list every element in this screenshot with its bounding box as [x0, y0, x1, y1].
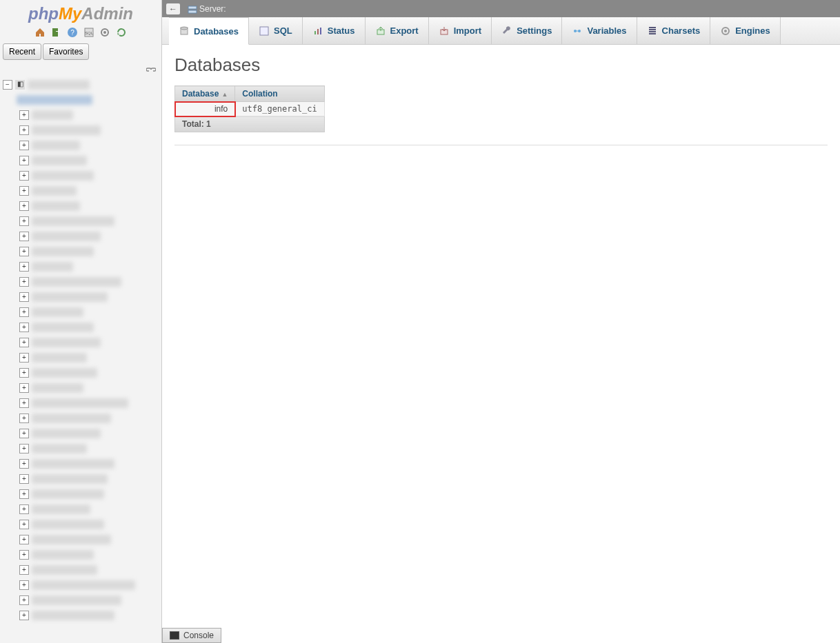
tab-settings[interactable]: Settings	[492, 17, 562, 44]
tree-item[interactable]: +	[3, 244, 161, 259]
tree-item[interactable]: +	[3, 562, 161, 578]
table-row[interactable]: infoutf8_general_ci	[175, 102, 325, 116]
tab-engines[interactable]: Engines	[710, 17, 781, 44]
exit-icon[interactable]	[51, 27, 62, 38]
tree-item[interactable]: +	[3, 183, 161, 198]
tab-import[interactable]: Import	[429, 17, 492, 44]
tab-charsets[interactable]: Charsets	[637, 17, 711, 44]
expand-icon[interactable]: +	[19, 307, 29, 317]
tree-item[interactable]: +	[3, 517, 161, 532]
tree-item[interactable]: +	[3, 320, 161, 335]
sort-asc-icon: ▲	[221, 91, 228, 98]
expand-icon[interactable]: +	[19, 550, 29, 560]
expand-icon[interactable]: +	[19, 489, 29, 499]
expand-icon[interactable]: +	[19, 611, 29, 620]
expand-icon[interactable]: +	[19, 459, 29, 469]
tree-item[interactable]: +	[3, 168, 161, 183]
tree-item[interactable]: +	[3, 456, 161, 471]
tree-item[interactable]: +	[3, 547, 161, 562]
tree-item[interactable]: +	[3, 441, 161, 456]
expand-icon[interactable]: +	[19, 292, 29, 302]
tree-item[interactable]: +	[3, 396, 161, 411]
expand-icon[interactable]: +	[19, 141, 29, 150]
expand-icon[interactable]: +	[19, 125, 29, 135]
tree-item[interactable]: +	[3, 502, 161, 517]
expand-icon[interactable]: +	[19, 414, 29, 423]
col-database[interactable]: Database▲	[175, 86, 235, 102]
help-icon[interactable]: ?	[67, 27, 78, 38]
tree-item[interactable]: +	[3, 229, 161, 244]
expand-icon[interactable]: +	[19, 323, 29, 332]
tree-item[interactable]: +	[3, 198, 161, 214]
favorites-button[interactable]: Favorites	[43, 43, 89, 60]
expand-icon[interactable]: +	[19, 232, 29, 241]
tree-item-label	[32, 565, 97, 575]
settings-icon[interactable]	[99, 27, 110, 38]
tree-item[interactable]: +	[3, 532, 161, 547]
tab-export[interactable]: Export	[366, 17, 429, 44]
expand-icon[interactable]: +	[19, 247, 29, 256]
nav-link-icon[interactable]	[0, 63, 161, 76]
expand-icon[interactable]: +	[19, 595, 29, 605]
expand-icon[interactable]: +	[19, 565, 29, 575]
db-name-cell[interactable]: info	[175, 102, 235, 116]
expand-icon[interactable]: +	[19, 216, 29, 226]
expand-icon[interactable]: +	[19, 277, 29, 287]
tree-item[interactable]: +	[3, 123, 161, 138]
tree-item[interactable]: +	[3, 274, 161, 289]
tree-item[interactable]: +	[3, 608, 161, 623]
recent-button[interactable]: Recent	[3, 43, 41, 60]
collapse-icon[interactable]: −	[3, 80, 12, 90]
tree-item[interactable]: +	[3, 108, 161, 123]
expand-icon[interactable]: +	[19, 353, 29, 363]
tree-item[interactable]: +	[3, 593, 161, 608]
tree-item[interactable]: +	[3, 214, 161, 229]
expand-icon[interactable]: +	[19, 171, 29, 181]
tree-item[interactable]	[3, 92, 161, 108]
tree-item[interactable]: +	[3, 138, 161, 153]
tree-item[interactable]: +	[3, 335, 161, 350]
tree-item[interactable]: +	[3, 380, 161, 396]
home-icon[interactable]	[34, 27, 46, 38]
expand-icon[interactable]: +	[19, 383, 29, 393]
expand-icon[interactable]: +	[19, 338, 29, 347]
tree-item[interactable]: +	[3, 305, 161, 320]
tree-item[interactable]: +	[3, 471, 161, 487]
tree-item[interactable]: +	[3, 259, 161, 274]
console-toggle[interactable]: Console	[162, 628, 221, 643]
expand-icon[interactable]: +	[19, 474, 29, 484]
expand-icon[interactable]: +	[19, 398, 29, 408]
tab-variables[interactable]: Variables	[562, 17, 637, 44]
col-collation[interactable]: Collation	[235, 86, 324, 102]
tree-root[interactable]: − ◧	[3, 77, 161, 92]
expand-icon[interactable]: +	[19, 262, 29, 272]
nav-tree-scroll[interactable]: − ◧ ++++++++++++++++++++++++++++++++++	[0, 76, 161, 643]
tab-sql[interactable]: SQL	[249, 17, 303, 44]
sql-icon[interactable]: SQL	[83, 27, 94, 38]
expand-icon[interactable]: +	[19, 156, 29, 165]
expand-icon[interactable]: +	[19, 110, 29, 120]
expand-icon[interactable]: +	[19, 429, 29, 438]
expand-icon[interactable]: +	[19, 368, 29, 378]
tree-item[interactable]: +	[3, 153, 161, 168]
tree-item[interactable]: +	[3, 365, 161, 380]
logo[interactable]: phpMyAdmin	[0, 0, 161, 23]
tree-item[interactable]: +	[3, 426, 161, 441]
tab-databases[interactable]: Databases	[169, 17, 249, 45]
expand-icon[interactable]: +	[19, 504, 29, 514]
expand-icon[interactable]: +	[19, 444, 29, 453]
reload-icon[interactable]	[116, 27, 127, 38]
expand-icon[interactable]: +	[19, 535, 29, 544]
tree-item[interactable]: +	[3, 578, 161, 593]
collapse-nav-button[interactable]: ←	[166, 3, 180, 14]
expand-icon[interactable]: +	[19, 520, 29, 529]
tree-item[interactable]: +	[3, 487, 161, 502]
expand-icon[interactable]: +	[19, 580, 29, 590]
expand-icon[interactable]: +	[19, 201, 29, 211]
tree-item[interactable]: +	[3, 350, 161, 365]
tree-item-label	[32, 277, 121, 287]
expand-icon[interactable]: +	[19, 186, 29, 196]
tree-item[interactable]: +	[3, 411, 161, 426]
tree-item[interactable]: +	[3, 289, 161, 305]
tab-status[interactable]: Status	[303, 17, 366, 44]
